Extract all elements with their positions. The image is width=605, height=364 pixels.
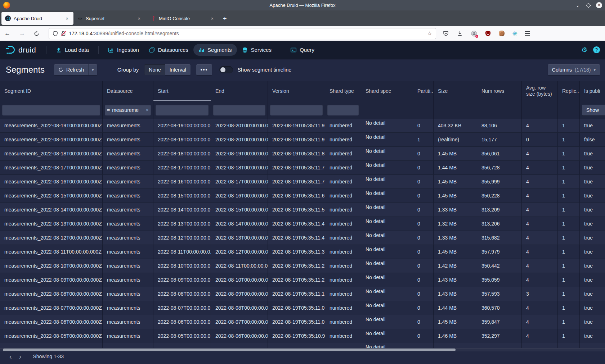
download-icon[interactable] — [457, 30, 463, 37]
tab-superset[interactable]: ∞ Superset × — [73, 12, 145, 25]
extension-disabled-icon[interactable]: × — [471, 30, 477, 37]
extension-asterisk-icon[interactable]: ✳ — [512, 30, 517, 37]
nav-load-data[interactable]: Load data — [51, 44, 94, 56]
table-row[interactable]: measurements_2022-08-14T00:00:00.000Z...… — [0, 203, 605, 217]
menu-icon[interactable] — [525, 31, 530, 36]
nav-services[interactable]: Services — [237, 44, 277, 56]
filter-is-published-select[interactable]: Show — [582, 105, 605, 115]
table-cell: 2022-08-10T00:00:00.0... — [211, 273, 268, 287]
next-page-button[interactable]: › — [15, 353, 25, 360]
filter-shard-type[interactable] — [327, 105, 359, 115]
table-row[interactable]: measurements_2022-08-10T00:00:00.000Z...… — [0, 259, 605, 273]
nav-datasources[interactable]: Datasources — [144, 44, 193, 56]
table-cell: 315,682 — [477, 231, 522, 245]
table-row[interactable]: measurements_2022-08-18T00:00:00.000Z...… — [0, 147, 605, 161]
table-row[interactable]: measurements_2022-08-09T00:00:00.000Z...… — [0, 273, 605, 287]
table-row[interactable]: measurements_2022-08-06T00:00:00.000Z...… — [0, 315, 605, 329]
filter-version[interactable] — [270, 105, 323, 115]
bookmark-star-icon[interactable]: ☆ — [427, 30, 432, 37]
tab-close-icon[interactable]: × — [136, 15, 142, 22]
table-row[interactable]: measurements_2022-08-16T00:00:00.000Z...… — [0, 175, 605, 189]
table-cell: 1 — [413, 133, 434, 146]
table-row[interactable]: measurements_2022-08-11T00:00:00.000Z...… — [0, 245, 605, 259]
url-bar[interactable]: 172.18.0.4:30899/unified-console.html#se… — [49, 28, 436, 39]
new-tab-button[interactable]: + — [219, 15, 231, 26]
table-row[interactable]: measurements_2022-08-08T00:00:00.000Z...… — [0, 287, 605, 301]
column-header-version[interactable]: Version — [268, 81, 325, 101]
maximize-icon[interactable] — [586, 3, 591, 8]
nav-ingestion[interactable]: Ingestion — [103, 44, 144, 56]
segment-timeline-toggle[interactable] — [219, 66, 233, 73]
table-cell: numbered — [325, 175, 361, 188]
table-cell: true — [580, 217, 605, 231]
group-by-none-button[interactable]: None — [144, 64, 165, 75]
table-cell: 0 — [413, 203, 434, 217]
column-header-datasource[interactable]: Datasource — [103, 81, 153, 101]
tab-apache-druid[interactable]: Apache Druid × — [1, 12, 73, 25]
column-header-shard-spec[interactable]: Shard spec — [361, 81, 413, 101]
reload-button[interactable] — [30, 31, 44, 36]
tab-minio-console[interactable]: MinIO Console × — [147, 12, 219, 25]
url-text[interactable]: 172.18.0.4:30899/unified-console.html#se… — [69, 31, 427, 36]
druid-brand[interactable]: druid — [5, 45, 36, 55]
refresh-button[interactable]: Refresh — [54, 64, 88, 75]
table-cell: measurements — [103, 245, 153, 259]
filter-row: = measureme × Show — [0, 101, 605, 119]
columns-label: Columns — [552, 67, 572, 73]
column-header-size[interactable]: Size — [434, 81, 477, 101]
table-row[interactable]: measurements_2022-08-07T00:00:00.000Z...… — [0, 301, 605, 315]
table-cell: 0 — [413, 245, 434, 259]
table-cell: No detail — [361, 273, 413, 287]
filter-datasource[interactable]: = measureme × — [105, 105, 151, 115]
filter-end[interactable] — [213, 105, 265, 115]
prev-page-button[interactable]: ‹ — [6, 353, 15, 360]
nav-segments[interactable]: Segments — [193, 44, 237, 56]
filter-clear-icon[interactable]: × — [146, 107, 149, 113]
toggle-knob — [220, 67, 225, 72]
table-cell: 2022-08-18T00:00:00.0... — [211, 161, 268, 174]
close-icon[interactable]: ✕ — [596, 2, 602, 8]
column-header-num-rows[interactable]: Num rows — [477, 81, 522, 101]
table-row[interactable]: measurements_2022-08-13T00:00:00.000Z...… — [0, 217, 605, 231]
table-cell: 0 — [413, 217, 434, 231]
table-cell: true — [580, 175, 605, 188]
shield-icon[interactable] — [53, 31, 58, 36]
filter-segment-id[interactable] — [2, 105, 100, 115]
group-by-interval-button[interactable]: Interval — [165, 64, 191, 75]
column-header-partition[interactable]: Partiti... — [413, 81, 434, 101]
table-row[interactable]: measurements_2022-08-17T00:00:00.000Z...… — [0, 161, 605, 175]
table-cell: measurements — [103, 287, 153, 301]
nav-query[interactable]: Query — [286, 44, 319, 56]
column-header-replicas[interactable]: Replic... — [558, 81, 580, 101]
column-header-segment-id[interactable]: Segment ID — [0, 81, 103, 101]
more-options-button[interactable]: ••• — [196, 64, 212, 75]
refresh-caret-button[interactable]: ▾ — [88, 64, 97, 75]
back-button[interactable]: ← — [0, 30, 15, 37]
column-header-avg-row-size[interactable]: Avg. row size (bytes) — [522, 81, 558, 101]
column-header-shard-type[interactable]: Shard type — [325, 81, 361, 101]
columns-button[interactable]: Columns (17/18) ▾ — [548, 64, 600, 75]
pocket-icon[interactable] — [443, 30, 449, 37]
table-row[interactable]: measurements_2022-08-19T00:00:00.000Z...… — [0, 133, 605, 147]
horizontal-scrollbar[interactable] — [0, 348, 605, 351]
help-icon[interactable]: ? — [593, 46, 600, 53]
column-header-is-published[interactable]: Is publi — [580, 81, 605, 101]
scrollbar-thumb[interactable] — [3, 349, 456, 351]
insecure-lock-icon[interactable] — [61, 31, 66, 36]
tab-close-icon[interactable]: × — [209, 15, 215, 22]
table-row[interactable]: measurements_2022-08-12T00:00:00.000Z...… — [0, 231, 605, 245]
filter-operator: = — [107, 107, 110, 113]
table-row[interactable]: measurements_2022-08-15T00:00:00.000Z...… — [0, 189, 605, 203]
filter-start[interactable] — [156, 105, 209, 115]
column-header-end[interactable]: End — [211, 81, 268, 101]
cookie-icon[interactable] — [499, 31, 505, 36]
table-row[interactable]: measurements_2022-08-05T00:00:00.000Z...… — [0, 329, 605, 343]
settings-gear-icon[interactable]: ⚙ — [581, 46, 587, 54]
column-header-start[interactable]: Start — [153, 81, 211, 101]
tab-close-icon[interactable]: × — [64, 15, 70, 22]
ublock-icon[interactable] — [485, 30, 491, 37]
table-row-partial[interactable]: No detail — [0, 343, 605, 348]
table-cell: numbered — [325, 273, 361, 287]
table-row[interactable]: measurements_2022-08-19T00:00:00.000Z...… — [0, 119, 605, 133]
minimize-icon[interactable]: ⌄ — [574, 3, 581, 8]
